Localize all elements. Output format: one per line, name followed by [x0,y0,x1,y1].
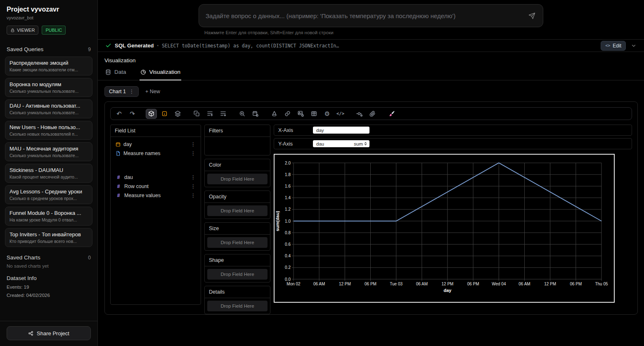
link-icon[interactable] [282,109,293,119]
shape-panel: Shape Drop Field Here [204,254,270,282]
filters-drop-area[interactable] [205,137,270,155]
edit-sql-label: Edit [613,43,621,49]
svg-text:0.4: 0.4 [285,254,291,258]
field-menu-icon[interactable]: ⋮ [191,141,196,147]
field-menu-icon[interactable]: ⋮ [191,184,196,189]
saved-query-title: New Users - Новые пользо... [9,124,88,130]
saved-query-item[interactable]: DAU - Активные пользоват... Сколько уник… [5,99,92,118]
paperclip-icon[interactable] [367,109,378,119]
cube-icon[interactable] [146,109,157,119]
opacity-panel: Opacity Drop Field Here [204,191,270,219]
calendar-icon [116,142,121,147]
chart-tab-menu-icon[interactable]: ⋮ [129,89,134,94]
field-item-label: Row count [124,184,149,189]
field-item-dau[interactable]: # dau ⋮ [113,173,198,182]
field-item-day[interactable]: day ⋮ [113,140,198,149]
svg-text:06 PM: 06 PM [467,282,479,286]
saved-query-item[interactable]: Распределение эмоций Какие эмоции пользо… [5,56,92,75]
chart-tab-1[interactable]: Chart 1 ⋮ [104,86,139,97]
x-axis-field-name: day [316,128,324,133]
view-tabs: Data Visualization [98,68,644,80]
cone-icon[interactable] [269,109,280,119]
visualization-section-title: Visualization [98,52,644,68]
details-drop-zone[interactable]: Drop Field Here [207,301,268,311]
crosshair-settings-icon[interactable] [354,109,365,119]
filters-panel: Filters [204,125,270,155]
annotation-icon[interactable] [159,109,170,119]
svg-text:sum(dau): sum(dau) [275,211,280,231]
saved-query-subtitle: На каком уроке Модуля 0 отвал... [9,217,88,222]
svg-text:1.6: 1.6 [285,184,291,188]
saved-charts-empty-text: No saved charts yet [0,261,97,268]
saved-query-item[interactable]: Stickiness - DAU/MAU Какой процент месяч… [5,164,92,183]
y-axis-label: Y-Axis [278,141,313,147]
brush-icon[interactable] [386,109,397,119]
chart-editor-panel: ↶ ↷ ⚙ </> [104,101,638,315]
svg-text:1.4: 1.4 [285,195,291,200]
chevron-down-icon [631,43,637,49]
database-icon [105,69,111,75]
field-item-measure-names[interactable]: Measure names ⋮ [113,149,198,158]
saved-query-subtitle: Сколько уникальных пользовате... [9,110,88,115]
edit-sql-button[interactable]: <> Edit [601,41,626,51]
opacity-drop-zone[interactable]: Drop Field Here [207,205,268,216]
details-title: Details [205,286,270,298]
tab-data[interactable]: Data [104,68,127,80]
question-input[interactable] [206,12,525,19]
field-list-panel: Field List day ⋮ Measure names ⋮ [110,125,201,305]
collapse-sql-button[interactable] [629,41,638,50]
svg-text:0.6: 0.6 [285,242,291,247]
saved-query-item[interactable]: Funnel Module 0 - Воронка ... На каком у… [5,207,92,226]
x-axis-field-pill[interactable]: day [313,127,369,134]
workspace-grid: Field List day ⋮ Measure names ⋮ [110,125,632,305]
field-list-items: day ⋮ Measure names ⋮ # dau ⋮ [111,137,201,200]
image-settings-icon[interactable] [295,109,306,119]
send-button[interactable] [525,9,539,23]
paper-plane-icon [528,12,535,19]
y-axis-field-pill[interactable]: dau sum [313,140,369,147]
svg-text:Tue 03: Tue 03 [390,282,402,286]
shape-drop-zone[interactable]: Drop Field Here [207,269,268,280]
layers-icon[interactable] [172,109,183,119]
saved-query-item[interactable]: Avg Lessons - Средние уроки Сколько в ср… [5,185,92,204]
field-menu-icon[interactable]: ⋮ [191,151,196,156]
code-icon[interactable]: </> [335,109,346,119]
duplicate-icon[interactable] [191,109,202,119]
calendar-settings-icon[interactable] [250,109,261,119]
saved-query-item[interactable]: Top Inviters - Топ инвайтеров Кто привод… [5,228,92,247]
table-icon[interactable] [308,109,320,119]
sidebar: Project vyvozavr vyvozavr_bot VIEWER PUB… [0,0,98,346]
field-item-label: day [123,141,132,147]
color-drop-zone[interactable]: Drop Field Here [207,174,268,184]
project-title: Project vyvozavr [7,6,91,13]
field-menu-icon[interactable]: ⋮ [191,193,196,198]
check-icon [105,42,111,49]
undo-icon[interactable]: ↶ [114,109,125,119]
insert-row-above-icon[interactable] [204,109,215,119]
new-chart-button[interactable]: + New [145,89,160,94]
chart-tab-1-label: Chart 1 [109,89,126,94]
settings-icon[interactable]: ⚙ [322,109,333,119]
insert-row-below-icon[interactable] [218,109,229,119]
details-panel: Details Drop Field Here [204,286,270,314]
hash-icon: # [116,174,121,180]
svg-text:1.2: 1.2 [285,207,291,212]
tab-visualization[interactable]: Visualization [140,68,182,80]
saved-query-item[interactable]: New Users - Новые пользо... Сколько новы… [5,121,92,140]
color-title: Color [205,159,270,171]
saved-query-subtitle: Какие эмоции пользователи отм... [9,67,88,72]
field-menu-icon[interactable]: ⋮ [191,174,196,180]
field-item-row-count[interactable]: # Row count ⋮ [113,182,198,191]
field-item-measure-values[interactable]: # Measure values ⋮ [113,191,198,200]
main-area: Нажмите Enter для отправки, Shift+Enter … [98,0,644,346]
y-axis-agg-select[interactable]: sum [354,141,367,146]
saved-query-item[interactable]: MAU - Месячная аудитория Сколько уникаль… [5,142,92,161]
size-drop-zone[interactable]: Drop Field Here [207,237,268,248]
share-project-button[interactable]: Share Project [7,326,91,340]
badge-row: VIEWER PUBLIC [7,26,91,35]
x-axis-row: X-Axis day [274,125,632,136]
field-item-label: dau [124,174,133,180]
redo-icon[interactable]: ↷ [127,109,138,119]
saved-query-item[interactable]: Воронка по модулям Сколько уникальных по… [5,78,92,97]
zoom-in-icon[interactable] [237,109,248,119]
